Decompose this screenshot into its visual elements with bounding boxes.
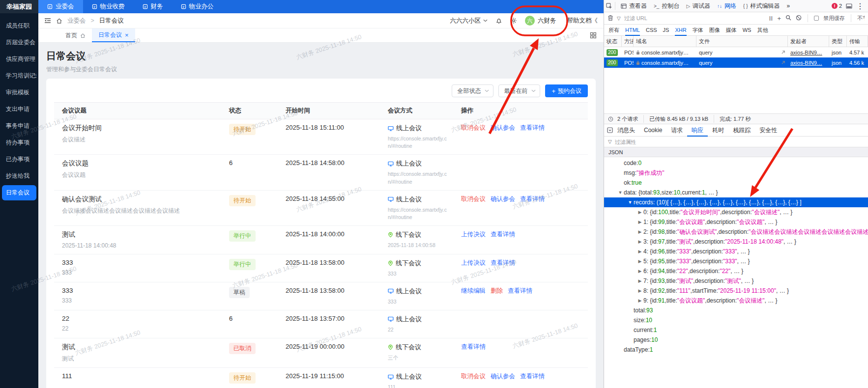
json-tree-row[interactable]: ▼data: { total: 93, size: 10, current: 1… — [604, 188, 868, 197]
error-count-badge[interactable]: !2 — [832, 3, 842, 9]
action-link[interactable]: 查看详情 — [491, 259, 515, 266]
more-tools-button[interactable]: » — [784, 0, 793, 12]
nav-item[interactable]: 业委会 — [38, 0, 83, 13]
nav-item[interactable]: 物业办公 — [172, 0, 223, 13]
new-request-icon[interactable]: + — [777, 15, 781, 22]
detail-tab[interactable]: 请求 — [666, 124, 687, 137]
devtools-tab[interactable]: { }样式编辑器 — [740, 0, 782, 12]
json-tree-row[interactable]: ▶0: { id: 100, title: "会议开始时间", descript… — [604, 207, 868, 217]
request-type-filter[interactable]: WS — [743, 25, 752, 36]
json-tree-row[interactable]: ▶5: { id: 95, title: "333", description:… — [604, 256, 868, 266]
json-tree-row[interactable]: ▶7: { id: 93, title: "测试", description: … — [604, 276, 868, 286]
request-type-filter[interactable]: 媒体 — [726, 25, 737, 36]
tree-caret-icon[interactable]: ▼ — [627, 197, 634, 207]
json-tree-row[interactable]: ▶1: { id: 99, title: "会议议题", description… — [604, 217, 868, 227]
layout-grid-icon[interactable] — [590, 28, 597, 42]
settings-gear-icon[interactable] — [510, 17, 517, 24]
json-tree-row[interactable]: ▶4: { id: 96, title: "333", description:… — [604, 247, 868, 256]
close-icon[interactable]: × — [125, 31, 129, 39]
devtools-tab[interactable]: 查看器 — [618, 0, 650, 12]
json-section-header[interactable]: JSON — [604, 147, 868, 157]
notification-bell-icon[interactable] — [495, 17, 502, 24]
sidebar-item[interactable]: 事务申请 — [2, 118, 36, 134]
disable-cache-checkbox[interactable] — [814, 16, 819, 21]
action-link[interactable]: 确认参会 — [491, 373, 515, 380]
tab-meetings[interactable]: 日常会议× — [92, 28, 135, 42]
create-meeting-button[interactable]: + 预约会议 — [545, 84, 588, 97]
detail-tab[interactable]: Cookie — [639, 124, 666, 137]
action-link[interactable]: 查看详情 — [520, 373, 545, 380]
detail-tab[interactable]: 安全性 — [755, 124, 781, 137]
action-link[interactable]: 继续编辑 — [461, 287, 486, 294]
action-link[interactable]: 上传决议 — [461, 259, 486, 266]
sidebar-item[interactable]: 历届业委会 — [2, 35, 36, 50]
request-type-filter[interactable]: 图像 — [709, 25, 720, 36]
json-tree-row[interactable]: ▶3: { id: 97, title: "测试", description: … — [604, 237, 868, 247]
devtools-tab[interactable]: ▷调试器 — [683, 0, 713, 12]
clear-requests-icon[interactable] — [608, 15, 613, 22]
home-icon[interactable] — [56, 18, 62, 24]
network-request-row[interactable]: 200POSTconsole.smartxfjy…queryaxios-BIN9… — [604, 47, 868, 57]
tree-caret-icon[interactable]: ▶ — [637, 276, 643, 286]
tree-caret-icon[interactable]: ▶ — [637, 227, 643, 237]
block-icon[interactable] — [796, 15, 802, 22]
devtools-menu-icon[interactable]: ⋮ — [856, 1, 864, 11]
nav-item[interactable]: 物业收费 — [83, 0, 134, 13]
action-link[interactable]: 查看详情 — [461, 343, 486, 350]
request-type-filter[interactable]: HTML — [625, 25, 640, 36]
request-type-filter[interactable]: 所有 — [608, 25, 619, 36]
detail-tab[interactable]: 消息头 — [613, 124, 639, 137]
devtools-tab[interactable]: >_控制台 — [651, 0, 682, 12]
action-link[interactable]: 查看详情 — [520, 124, 545, 131]
json-tree-row[interactable]: pages: 10 — [604, 335, 868, 345]
json-tree-row[interactable]: total: 93 — [604, 305, 868, 315]
network-request-row[interactable]: 200POSTconsole.smartxfjy…queryaxios-BIN9… — [604, 57, 868, 68]
request-type-filter[interactable]: 字体 — [693, 25, 703, 36]
json-tree-row[interactable]: ▶6: { id: 94, title: "22", description: … — [604, 266, 868, 276]
request-type-filter[interactable]: XHR — [675, 25, 686, 36]
action-link[interactable]: 确认参会 — [491, 195, 515, 202]
url-filter-input[interactable] — [624, 15, 683, 21]
sidebar-item[interactable]: 支出申请 — [2, 102, 36, 117]
search-icon[interactable] — [785, 15, 791, 22]
tree-caret-icon[interactable]: ▶ — [637, 286, 643, 296]
property-filter-input[interactable] — [615, 139, 674, 145]
request-type-filter[interactable]: CSS — [646, 25, 657, 36]
tree-caret-icon[interactable]: ▶ — [637, 296, 643, 305]
sidebar-item[interactable]: 已办事项 — [2, 152, 36, 167]
community-selector[interactable]: 六六六小区 — [450, 17, 488, 25]
devtools-tab[interactable]: ↑↓网络 — [714, 0, 739, 12]
request-initiator[interactable]: axios-BIN9… — [790, 50, 822, 55]
request-initiator[interactable]: axios-BIN9… — [790, 60, 822, 66]
json-tree-row[interactable]: ▶8: { id: 92, title: "111", startTime: "… — [604, 286, 868, 296]
tab-home[interactable]: 首页 — [59, 28, 92, 42]
user-avatar[interactable]: 六 — [525, 16, 535, 26]
action-link[interactable]: 取消会议 — [461, 373, 486, 380]
tree-caret-icon[interactable]: ▶ — [637, 237, 643, 247]
sidebar-item[interactable]: 日常会议 — [2, 185, 36, 200]
sidebar-item[interactable]: 待办事项 — [2, 135, 36, 150]
json-tree-row[interactable]: size: 10 — [604, 315, 868, 325]
action-link[interactable]: 查看详情 — [491, 231, 515, 238]
json-tree-row[interactable]: ▶2: { id: 98, title: "确认会议测试", descripti… — [604, 227, 868, 237]
tree-caret-icon[interactable]: ▶ — [637, 217, 643, 227]
tree-caret-icon[interactable]: ▶ — [637, 207, 643, 217]
user-name[interactable]: 六财务 — [538, 17, 556, 25]
status-filter-select[interactable]: 全部状态 — [452, 84, 493, 97]
action-link[interactable]: 上传决议 — [461, 231, 486, 238]
tree-caret-icon[interactable]: ▶ — [637, 247, 643, 256]
pause-icon[interactable]: || — [769, 16, 773, 21]
action-link[interactable]: 取消会议 — [461, 195, 486, 202]
nav-item[interactable]: 财务 — [134, 0, 172, 13]
action-link[interactable]: 查看详情 — [520, 195, 545, 202]
request-type-filter[interactable]: 其他 — [757, 25, 768, 36]
detail-tab[interactable]: 耗时 — [708, 124, 728, 137]
sort-select[interactable]: 最新在前 — [498, 84, 540, 97]
collapse-sidebar-icon[interactable] — [44, 18, 51, 24]
sidebar-item[interactable]: 抄送给我 — [2, 168, 36, 184]
sidebar-item[interactable]: 审批模板 — [2, 85, 36, 100]
tree-caret-icon[interactable]: ▶ — [637, 256, 643, 266]
breadcrumb-root[interactable]: 业委会 — [67, 17, 86, 25]
json-tree-row[interactable]: ▼records: (10)[ {…}, {…}, {…}, {…}, {…},… — [604, 197, 868, 207]
sidebar-item[interactable]: 成员任职 — [2, 18, 36, 33]
